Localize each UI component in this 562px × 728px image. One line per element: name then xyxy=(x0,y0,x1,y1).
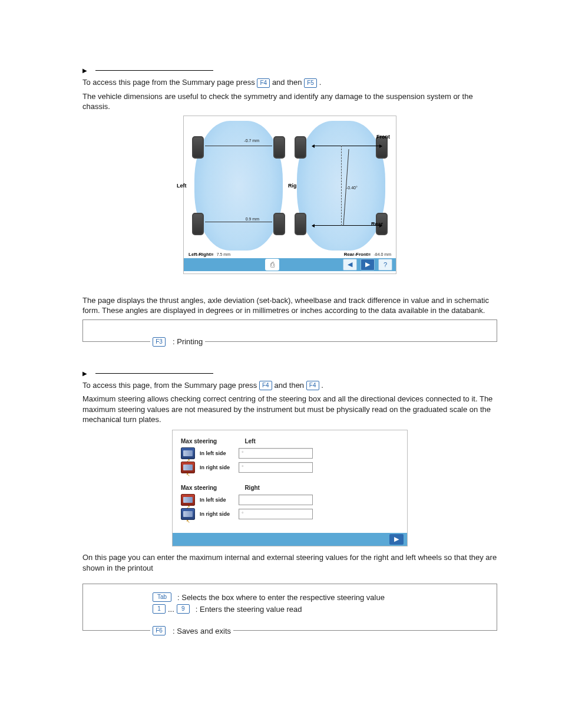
key-9: 9 xyxy=(177,604,190,614)
keys-legend: F3 : Printing xyxy=(82,319,497,342)
centerline xyxy=(341,146,342,226)
value-label: 0.9 mm xyxy=(246,217,259,221)
label: Rear-Front= xyxy=(344,252,371,257)
text: . xyxy=(319,78,322,87)
key-f3: F3 xyxy=(153,337,166,347)
placeholder: ° xyxy=(242,511,244,517)
key-tab: Tab xyxy=(153,592,171,602)
section-heading-maxsteering: ▶ xyxy=(82,370,497,377)
triangle-icon: ▶ xyxy=(82,370,87,377)
row-label: In right side xyxy=(200,465,234,470)
left-right-readout: Left-Right= 7.5 mm xyxy=(189,252,230,257)
legend-row: F6 : Saves and exits xyxy=(150,626,233,635)
row-label: In right side xyxy=(200,511,234,517)
column-header: Left xyxy=(244,438,277,444)
key-f4: F4 xyxy=(257,78,270,88)
wheel-icon xyxy=(273,213,285,235)
legend-row: 1 ... 9 : Enters the steering value read xyxy=(153,604,491,614)
text: and then xyxy=(274,381,306,390)
paragraph: On this page you can enter the maximum i… xyxy=(82,552,497,573)
triangle-icon: ▶ xyxy=(82,67,87,74)
help-button[interactable]: ? xyxy=(378,259,392,271)
wheel-icon xyxy=(295,136,306,159)
steer-wheel-icon: ↖ xyxy=(181,508,195,520)
paragraph: Maximum steering allows checking correct… xyxy=(82,394,497,425)
label-rear: Rear xyxy=(371,221,383,227)
paragraph: The vehicle dimensions are useful to che… xyxy=(82,91,497,112)
steer-wheel-icon: ↖ xyxy=(181,462,195,473)
row-label: In left side xyxy=(200,450,234,456)
paragraph: To access this page from the Summary pag… xyxy=(82,77,497,88)
legend-text: : Saves and exits xyxy=(173,627,231,635)
key-f4: F4 xyxy=(259,381,272,390)
legend-text: : Selects the box where to enter the res… xyxy=(177,593,385,602)
legend-row: F3 : Printing xyxy=(150,337,205,347)
text: To access this page, from the Summary pa… xyxy=(82,381,259,390)
key-1: 1 xyxy=(153,604,166,614)
value-label: -0.40° xyxy=(346,186,358,190)
steering-input[interactable]: ° xyxy=(239,462,313,473)
text: To access this page from the Summary pag… xyxy=(82,78,257,87)
figure-toolbar: ▶ xyxy=(173,533,407,546)
value-label: -0.7 mm xyxy=(244,139,259,143)
track-line xyxy=(205,146,272,146)
next-button[interactable]: ▶ xyxy=(361,259,375,271)
rear-front-readout: Rear-Front= -84.0 mm xyxy=(344,252,391,257)
car-top-view-right: -0.40° Front Rear xyxy=(297,121,385,251)
section-heading-dimensions: ▶ xyxy=(82,67,497,74)
steer-wheel-icon: ↗ xyxy=(181,494,195,506)
column-header: Right xyxy=(244,485,277,491)
wheel-icon xyxy=(273,136,285,159)
legend-text: : Enters the steering value read xyxy=(196,605,302,614)
next-button[interactable]: ▶ xyxy=(389,534,404,545)
label-front: Front xyxy=(376,134,390,140)
text: and then xyxy=(272,78,304,87)
text: . xyxy=(321,381,323,390)
group-right: Max steering Right ↗ In left side ↖ In r… xyxy=(181,483,399,520)
ellipsis: ... xyxy=(168,605,174,614)
group-title: Max steering xyxy=(181,438,217,444)
print-icon[interactable]: ⎙ xyxy=(265,259,279,271)
wheel-icon xyxy=(192,213,204,235)
wheelbase-arrow xyxy=(312,146,382,146)
steering-input[interactable]: ° xyxy=(239,509,313,519)
placeholder: ° xyxy=(242,450,244,456)
label: Left-Right= xyxy=(189,252,213,257)
key-f4: F4 xyxy=(306,381,319,390)
label-left: Left xyxy=(177,183,187,189)
placeholder: ° xyxy=(242,465,244,470)
figure-toolbar: ⎙ ◀ ▶ ? xyxy=(184,258,396,271)
wheel-icon xyxy=(295,213,306,235)
paragraph: To access this page, from the Summary pa… xyxy=(82,380,497,391)
key-f5: F5 xyxy=(304,78,317,88)
value: -84.0 mm xyxy=(373,252,391,256)
keys-legend: Tab : Selects the box where to enter the… xyxy=(82,584,497,631)
prev-button[interactable]: ◀ xyxy=(343,259,357,271)
group-title: Max steering xyxy=(181,485,217,491)
steering-input[interactable]: ° xyxy=(239,448,313,459)
steer-wheel-icon: ↗ xyxy=(181,447,195,459)
steering-input[interactable] xyxy=(239,495,313,505)
key-f6: F6 xyxy=(153,626,166,635)
value: 7.5 mm xyxy=(217,252,230,256)
wheel-icon xyxy=(192,136,204,159)
row-label: In left side xyxy=(200,497,234,503)
track-line xyxy=(205,222,272,222)
legend-row: Tab : Selects the box where to enter the… xyxy=(153,592,491,602)
figure-max-steering: Max steering Left ↗ In left side ° ↖ In … xyxy=(172,430,408,546)
group-left: Max steering Left ↗ In left side ° ↖ In … xyxy=(181,436,399,473)
paragraph: The page displays the thrust angles, axl… xyxy=(82,295,497,316)
figure-vehicle-dimensions: -0.7 mm 0.9 mm Left Right -0.40° Front R… xyxy=(183,116,396,274)
legend-text: : Printing xyxy=(173,337,203,346)
car-top-view-left: -0.7 mm 0.9 mm Left Right xyxy=(194,121,283,251)
